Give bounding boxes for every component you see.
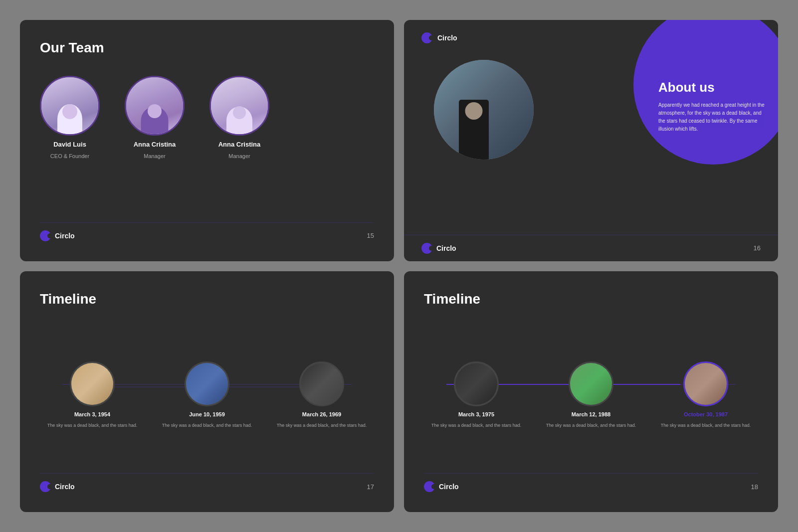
timeline-circle-17-1 bbox=[70, 361, 115, 406]
slide-16: Circlo About us Apparently we had reache… bbox=[404, 20, 778, 261]
timeline-desc-18-2: The sky was a dead black, and the stars … bbox=[546, 422, 636, 429]
slide-15-logo: Circlo bbox=[40, 230, 75, 241]
timeline-item-17-1: March 3, 1954 The sky was a dead black, … bbox=[40, 361, 145, 429]
team-member-1: David Luis CEO & Founder bbox=[40, 76, 100, 159]
slide-18: Timeline March 3, 1975 The sky was a dea… bbox=[404, 271, 778, 513]
avatar-photo-3 bbox=[211, 77, 268, 134]
tl-photo-17-3 bbox=[301, 363, 343, 405]
slide-15-number: 15 bbox=[367, 232, 374, 239]
slide-17-title: Timeline bbox=[40, 291, 374, 307]
slide-15-footer: Circlo 15 bbox=[40, 222, 374, 241]
member-name-3: Anna Cristina bbox=[218, 141, 261, 148]
about-photo bbox=[434, 60, 534, 160]
slide-17-number: 17 bbox=[367, 483, 374, 491]
slide-16-number: 16 bbox=[754, 244, 761, 252]
slide-16-footer: Circlo 16 bbox=[404, 235, 778, 261]
timeline-date-18-2: March 12, 1988 bbox=[572, 411, 610, 417]
timeline-circle-18-2 bbox=[569, 361, 613, 406]
circlo-icon-15 bbox=[40, 230, 51, 241]
timeline-desc-17-1: The sky was a dead black, and the stars … bbox=[47, 422, 138, 429]
team-member-3: Anna Cristina Manager bbox=[209, 76, 269, 159]
timeline-date-18-3: October 30, 1987 bbox=[684, 411, 728, 417]
member-role-2: Manager bbox=[144, 153, 165, 159]
avatar-3 bbox=[209, 76, 269, 136]
timeline-desc-18-3: The sky was a dead black, and the stars … bbox=[661, 422, 751, 429]
slide-18-footer: Circlo 18 bbox=[424, 473, 758, 492]
about-brand: Circlo bbox=[437, 34, 457, 42]
timeline-item-18-1: March 3, 1975 The sky was a dead black, … bbox=[424, 361, 529, 429]
timeline-desc-17-2: The sky was a dead black, and the stars … bbox=[162, 422, 252, 429]
timeline-circle-18-1 bbox=[454, 361, 499, 406]
tl-photo-17-1 bbox=[71, 363, 113, 405]
slide-16-logo: Circlo bbox=[421, 243, 456, 254]
circlo-icon-18 bbox=[424, 481, 435, 492]
slide-18-title: Timeline bbox=[424, 291, 758, 307]
tl-photo-18-1 bbox=[455, 363, 497, 405]
timeline-17-wrapper: March 3, 1954 The sky was a dead black, … bbox=[40, 361, 374, 429]
timeline-circle-17-2 bbox=[185, 361, 229, 406]
member-role-3: Manager bbox=[228, 153, 250, 159]
slide-18-logo: Circlo bbox=[424, 481, 459, 492]
circlo-icon-16 bbox=[421, 32, 432, 43]
timeline-18-content: March 3, 1975 The sky was a dead black, … bbox=[424, 317, 758, 474]
timeline-date-18-1: March 3, 1975 bbox=[458, 411, 494, 417]
tl-photo-18-2 bbox=[570, 363, 612, 405]
timeline-circle-17-3 bbox=[299, 361, 344, 406]
timeline-item-17-3: March 26, 1969 The sky was a dead black,… bbox=[269, 361, 374, 429]
avatar-1 bbox=[40, 76, 100, 136]
slide-17-logo: Circlo bbox=[40, 481, 75, 492]
about-body: Apparently we had reached a great height… bbox=[658, 101, 768, 133]
timeline-17-content: March 3, 1954 The sky was a dead black, … bbox=[40, 317, 374, 474]
logo-label-18: Circlo bbox=[439, 483, 459, 491]
logo-label-17: Circlo bbox=[55, 483, 75, 491]
circlo-icon-17 bbox=[40, 481, 51, 492]
timeline-item-18-2: March 12, 1988 The sky was a dead black,… bbox=[539, 361, 643, 429]
timeline-18-wrapper: March 3, 1975 The sky was a dead black, … bbox=[424, 361, 758, 429]
member-role-1: CEO & Founder bbox=[50, 153, 89, 159]
avatar-photo-2 bbox=[126, 77, 183, 134]
team-members-container: David Luis CEO & Founder Anna Cristina M… bbox=[40, 71, 374, 222]
timeline-18-items: March 3, 1975 The sky was a dead black, … bbox=[424, 361, 758, 429]
timeline-item-18-3: October 30, 1987 The sky was a dead blac… bbox=[653, 361, 758, 429]
about-photo-img bbox=[434, 60, 534, 160]
timeline-desc-18-1: The sky was a dead black, and the stars … bbox=[431, 422, 522, 429]
timeline-date-17-3: March 26, 1969 bbox=[302, 411, 341, 417]
about-content: About us Apparently we had reached a gre… bbox=[658, 80, 768, 133]
timeline-circle-18-3 bbox=[683, 361, 728, 406]
tl-photo-18-3 bbox=[685, 363, 727, 405]
tl-photo-17-2 bbox=[186, 363, 228, 405]
slide-15: Our Team David Luis CEO & Founder Anna C… bbox=[20, 20, 394, 261]
member-name-1: David Luis bbox=[53, 141, 86, 148]
circlo-icon-16b bbox=[421, 243, 432, 254]
avatar-2 bbox=[125, 76, 185, 136]
about-heading: About us bbox=[658, 80, 768, 95]
timeline-date-17-1: March 3, 1954 bbox=[74, 411, 110, 417]
about-inner: Circlo About us Apparently we had reache… bbox=[404, 20, 778, 261]
timeline-item-17-2: June 10, 1959 The sky was a dead black, … bbox=[155, 361, 259, 429]
timeline-date-17-2: June 10, 1959 bbox=[189, 411, 225, 417]
slide-18-number: 18 bbox=[751, 483, 758, 491]
logo-label-15: Circlo bbox=[55, 232, 75, 240]
member-name-2: Anna Cristina bbox=[134, 141, 176, 148]
timeline-17-items: March 3, 1954 The sky was a dead black, … bbox=[40, 361, 374, 429]
timeline-desc-17-3: The sky was a dead black, and the stars … bbox=[277, 422, 367, 429]
slide-15-title: Our Team bbox=[40, 40, 374, 56]
avatar-photo-1 bbox=[41, 77, 98, 134]
slide-17: Timeline March 3, 1954 The sky was a dea… bbox=[20, 271, 394, 513]
slide-17-footer: Circlo 17 bbox=[40, 473, 374, 492]
logo-label-16: Circlo bbox=[436, 244, 456, 252]
team-member-2: Anna Cristina Manager bbox=[125, 76, 185, 159]
